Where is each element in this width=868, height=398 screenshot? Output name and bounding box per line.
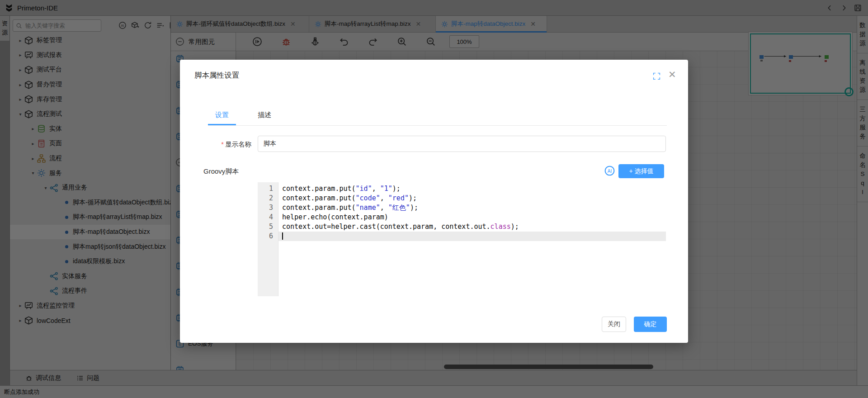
code-token: , bbox=[380, 194, 388, 202]
display-name-input[interactable] bbox=[258, 136, 666, 152]
svg-text:AI: AI bbox=[608, 169, 612, 174]
groovy-script-label: Groovy脚本 bbox=[203, 167, 239, 176]
close-icon[interactable]: ✕ bbox=[668, 70, 676, 79]
line-number: 2 bbox=[258, 194, 273, 203]
code-token: "id" bbox=[356, 185, 372, 193]
dialog-title: 脚本属性设置 bbox=[194, 71, 239, 81]
ai-generate-icon[interactable]: AI bbox=[604, 165, 615, 176]
select-value-button[interactable]: + 选择值 bbox=[618, 164, 664, 178]
code-token: context.param.put( bbox=[282, 194, 356, 202]
code-token: "red" bbox=[388, 194, 409, 202]
code-token: ); bbox=[410, 204, 418, 212]
dialog-ok-button[interactable]: 确定 bbox=[634, 317, 667, 332]
editor-code[interactable]: context.param.put("id", "1");context.par… bbox=[278, 182, 666, 296]
display-name-label: *显示名称 bbox=[208, 140, 251, 149]
code-token: "name" bbox=[356, 204, 380, 212]
code-token: ); bbox=[409, 194, 417, 202]
code-token: , bbox=[380, 204, 388, 212]
code-token: "红色" bbox=[388, 204, 410, 212]
line-number: 3 bbox=[258, 203, 273, 213]
dialog-tab-description[interactable]: 描述 bbox=[258, 104, 271, 125]
code-line: context.param.put("name", "红色"); bbox=[278, 203, 666, 213]
code-line: helper.echo(context.param) bbox=[278, 213, 666, 222]
required-mark: * bbox=[221, 141, 224, 148]
line-number: 6 bbox=[258, 232, 273, 241]
code-token: "code" bbox=[356, 194, 380, 202]
line-number: 4 bbox=[258, 213, 273, 222]
fullscreen-icon[interactable] bbox=[653, 72, 660, 80]
code-line: context.out=helper.cast(context.param, c… bbox=[278, 222, 666, 232]
dialog-tab-settings[interactable]: 设置 bbox=[215, 104, 229, 125]
code-token: context.param.put( bbox=[282, 185, 356, 193]
script-properties-dialog: 脚本属性设置 ✕ 设置描述 *显示名称 Groovy脚本 AI + 选择值 12… bbox=[180, 60, 688, 343]
editor-gutter: 123456 bbox=[258, 182, 278, 296]
code-line bbox=[278, 232, 666, 241]
dialog-tabs: 设置描述 bbox=[208, 104, 667, 126]
code-line: context.param.put("id", "1"); bbox=[278, 184, 666, 194]
code-token: context.param.put( bbox=[282, 204, 356, 212]
code-token: "1" bbox=[380, 185, 392, 193]
app-window: Primeton-IDE 资源 AI bbox=[0, 0, 868, 398]
code-token: class bbox=[491, 223, 511, 231]
dialog-close-button[interactable]: 关闭 bbox=[602, 317, 626, 332]
line-number: 5 bbox=[258, 222, 273, 232]
code-token: ); bbox=[511, 223, 519, 231]
line-number: 1 bbox=[258, 184, 273, 194]
code-token: context.out=helper.cast(context.param, c… bbox=[282, 223, 491, 231]
code-token: helper.echo(context.param) bbox=[282, 213, 388, 221]
code-token: ); bbox=[392, 185, 401, 193]
code-line: context.param.put("code", "red"); bbox=[278, 194, 666, 203]
groovy-code-editor[interactable]: 123456 context.param.put("id", "1");cont… bbox=[258, 182, 666, 296]
text-cursor bbox=[282, 232, 283, 240]
code-token: , bbox=[372, 185, 380, 193]
